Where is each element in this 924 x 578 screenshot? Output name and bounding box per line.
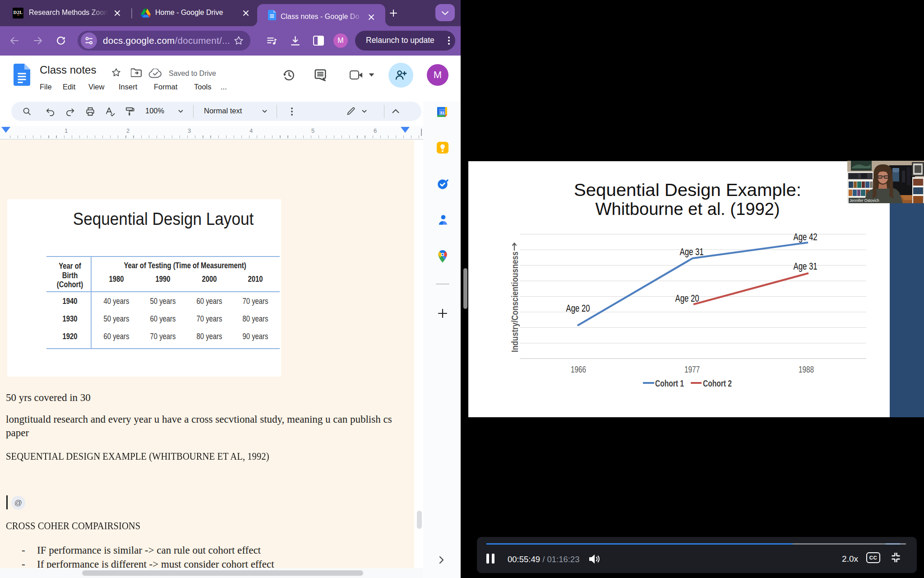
svg-text:Jennifer Ostovich: Jennifer Ostovich (850, 198, 879, 203)
svg-text:Sequential Design Example:: Sequential Design Example: (574, 181, 801, 200)
svg-text:Age 20: Age 20 (566, 303, 590, 314)
svg-text:Cohort 2: Cohort 2 (703, 378, 732, 388)
svg-text:1977: 1977 (684, 364, 700, 374)
svg-text:1966: 1966 (571, 364, 586, 374)
svg-text:Age 20: Age 20 (675, 293, 699, 304)
svg-text:1988: 1988 (799, 364, 814, 374)
svg-text:Whitbourne et al. (1992): Whitbourne et al. (1992) (596, 200, 780, 219)
svg-text:Age 42: Age 42 (794, 232, 818, 242)
svg-text:Age 31: Age 31 (794, 261, 818, 272)
svg-text:Cohort 1: Cohort 1 (655, 378, 684, 388)
svg-text:31: 31 (440, 110, 445, 115)
svg-text:Age 31: Age 31 (680, 247, 704, 257)
svg-text:Industry/Conscientiousness: Industry/Conscientiousness (510, 252, 520, 352)
